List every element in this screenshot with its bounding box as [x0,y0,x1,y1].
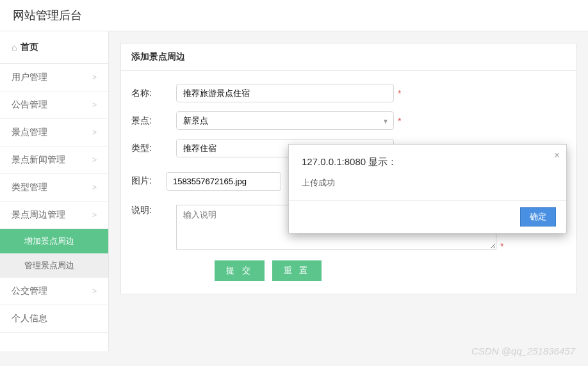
header-title: 网站管理后台 [13,8,82,23]
required-marker: * [398,116,401,126]
image-input[interactable] [166,172,281,191]
sub-item-manage[interactable]: 管理景点周边 [0,253,108,278]
chevron-right-icon: > [92,287,97,296]
chevron-right-icon: > [92,211,97,219]
label-type: 类型: [131,143,176,154]
submit-button[interactable]: 提 交 [215,260,265,281]
sidebar-item-user[interactable]: 用户管理 > [0,64,108,92]
chevron-right-icon: > [92,128,97,137]
required-marker: * [398,88,401,99]
chevron-right-icon: > [92,155,97,164]
sidebar-item-label: 公告管理 [12,99,47,111]
reset-button[interactable]: 重 置 [272,260,322,281]
label-desc: 说明: [131,205,176,216]
sidebar-item-news[interactable]: 景点新闻管理 > [0,147,108,174]
header: 网站管理后台 [0,0,588,31]
sidebar-item-label: 景点管理 [12,127,47,138]
sidebar-item-label: 用户管理 [12,72,47,83]
label-image: 图片: [131,175,166,187]
sidebar-home-label: 首页 [20,42,38,53]
sidebar: ⌂ 首页 用户管理 > 公告管理 > 景点管理 > 景点新闻管理 > 类型管理 … [0,31,109,351]
sidebar-item-type[interactable]: 类型管理 > [0,174,108,202]
label-name: 名称: [131,88,176,99]
sidebar-item-profile[interactable]: 个人信息 [0,305,108,333]
sidebar-item-label: 景点新闻管理 [12,154,65,166]
chevron-right-icon: > [92,73,97,82]
chevron-right-icon: > [92,183,97,192]
sidebar-item-label: 个人信息 [12,313,47,324]
close-icon[interactable]: × [554,150,560,161]
label-spot: 景点: [131,115,176,127]
sidebar-home[interactable]: ⌂ 首页 [0,31,108,64]
spot-select[interactable] [176,111,394,130]
chevron-right-icon: > [92,100,97,109]
sub-item-add[interactable]: 增加景点周边 [0,229,108,253]
sidebar-item-label: 类型管理 [12,182,47,193]
modal-ok-button[interactable]: 确定 [520,207,556,227]
sidebar-item-label: 公交管理 [12,285,47,297]
sub-menu: 增加景点周边 管理景点周边 [0,229,108,278]
sidebar-item-label: 景点周边管理 [12,209,65,221]
required-marker: * [500,241,503,251]
modal-title: 127.0.0.1:8080 显示： [302,156,553,168]
name-input[interactable] [176,84,394,102]
sidebar-item-bus[interactable]: 公交管理 > [0,278,108,305]
sidebar-item-notice[interactable]: 公告管理 > [0,92,108,119]
modal-message: 上传成功 [302,177,553,189]
panel-header: 添加景点周边 [121,44,576,71]
sidebar-item-surrounding[interactable]: 景点周边管理 > [0,202,108,229]
watermark: CSDN @qq_251836457 [471,346,575,351]
sidebar-item-spot[interactable]: 景点管理 > [0,119,108,147]
home-icon: ⌂ [12,42,17,52]
alert-modal: × 127.0.0.1:8080 显示： 上传成功 确定 [288,144,567,234]
